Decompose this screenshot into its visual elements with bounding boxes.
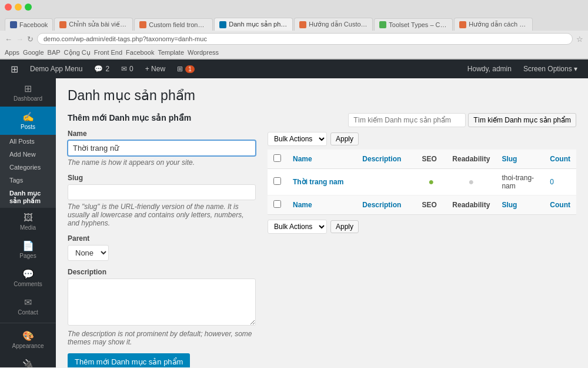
subitem-tags[interactable]: Tags — [0, 174, 56, 187]
messages-item[interactable]: ✉ 0 — [115, 59, 139, 78]
submit-button[interactable]: Thêm mới Danh mục sản phẩm — [68, 353, 190, 367]
row-seo-cell: ● — [416, 169, 446, 195]
user-item[interactable]: Howdy, admin — [462, 59, 517, 78]
col-seo-header: SEO — [416, 150, 446, 169]
slug-input[interactable] — [68, 184, 256, 200]
tab-favicon — [59, 21, 66, 28]
footer-count-header[interactable]: Count — [544, 195, 576, 215]
footer-read-header: Readability — [446, 195, 496, 215]
updates-item[interactable]: ⊞ 1 — [171, 59, 201, 78]
sidebar-item-dashboard[interactable]: ⊞ Dashboard — [0, 78, 56, 107]
message-icon: ✉ — [121, 65, 127, 73]
bookmark-bap[interactable]: BAP — [48, 49, 61, 57]
bookmark-apps[interactable]: Apps — [5, 49, 19, 57]
browser-chrome: Facebook Chỉnh sửa bài viết • Blog H... … — [0, 0, 588, 59]
slug-label: Slug — [68, 174, 256, 182]
star-icon[interactable]: ☆ — [576, 35, 583, 44]
search-input[interactable] — [348, 113, 466, 127]
back-icon[interactable]: ← — [5, 35, 12, 44]
maximize-dot[interactable] — [25, 4, 32, 11]
comments-icon: 💬 — [22, 268, 34, 280]
page-title: Danh mục sản phẩm — [68, 88, 576, 104]
browser-tab-facebook[interactable]: Facebook — [5, 18, 53, 31]
footer-slug-header[interactable]: Slug — [496, 195, 544, 215]
sidebar-item-plugins[interactable]: 🔌 Plugins 2 — [0, 354, 56, 367]
table-row: Thời trang nam ● ● thoi-trang-nam — [268, 169, 576, 195]
bulk-actions-select-top[interactable]: Bulk Actions — [268, 132, 327, 146]
description-textarea[interactable] — [68, 279, 256, 326]
bookmark-facebook[interactable]: Facebook — [126, 49, 154, 57]
subitem-danh-muc[interactable]: Danh mục sản phẩm — [0, 187, 56, 208]
footer-desc-header[interactable]: Description — [356, 195, 416, 215]
subitem-all-posts[interactable]: All Posts — [0, 135, 56, 148]
tab-label: Toolset Types – Custom Po... — [389, 21, 447, 28]
sidebar-item-posts[interactable]: ✍ Posts — [0, 107, 56, 135]
wp-logo-item[interactable]: ⊞ — [5, 59, 24, 78]
close-dot[interactable] — [5, 4, 12, 11]
row-count-link[interactable]: 0 — [550, 178, 554, 186]
select-all-checkbox[interactable] — [273, 154, 281, 162]
col-name-header[interactable]: Name — [287, 150, 356, 169]
name-input[interactable] — [68, 140, 256, 156]
sidebar-label-contact: Contact — [18, 309, 38, 316]
new-item[interactable]: + New — [139, 59, 171, 78]
subitem-categories[interactable]: Categories — [0, 161, 56, 174]
browser-tab-toolset[interactable]: Toolset Types – Custom Po... — [374, 18, 453, 31]
minimize-dot[interactable] — [15, 4, 22, 11]
row-name-cell: Thời trang nam — [287, 169, 356, 195]
site-name-item[interactable]: Demo App Menu — [24, 59, 88, 78]
screen-options-item[interactable]: Screen Options ▾ — [517, 59, 583, 78]
user-label: Howdy, admin — [467, 65, 512, 73]
browser-bookmarks: Apps Google BAP Cộng Cụ Front End Facebo… — [0, 47, 588, 59]
select-all-footer-checkbox[interactable] — [273, 200, 281, 208]
browser-tab-custom-field[interactable]: Custom field trong wordpre... — [134, 18, 213, 31]
col-slug-header[interactable]: Slug — [496, 150, 544, 169]
apply-button-top[interactable]: Apply — [330, 132, 359, 145]
tag-table-area: Tìm kiếm Danh mục sản phẩm Bulk Actions … — [268, 113, 576, 367]
new-label: + New — [145, 65, 165, 73]
sidebar-item-comments[interactable]: 💬 Comments — [0, 264, 56, 292]
bookmark-front-end[interactable]: Front End — [94, 49, 122, 57]
apply-button-bottom[interactable]: Apply — [330, 220, 359, 233]
refresh-icon[interactable]: ↻ — [27, 35, 34, 44]
browser-tab-chinh-sua[interactable]: Chỉnh sửa bài viết • Blog H... — [54, 18, 133, 31]
table-top-bar: Tìm kiếm Danh mục sản phẩm — [268, 113, 576, 127]
row-count-cell: 0 — [544, 169, 576, 195]
bookmark-wordpress[interactable]: Wordpress — [188, 49, 219, 57]
forward-icon[interactable]: → — [16, 35, 24, 44]
sidebar-divider — [0, 323, 56, 323]
name-field-group: Name The name is how it appears on your … — [68, 130, 256, 167]
bookmark-google[interactable]: Google — [23, 49, 44, 57]
content-layout: Thêm mới Danh mục sản phẩm Name The name… — [68, 113, 576, 367]
row-name-link[interactable]: Thời trang nam — [293, 178, 343, 186]
tab-label: Facebook — [19, 21, 48, 28]
parent-select[interactable]: None — [68, 245, 109, 261]
sidebar-item-media[interactable]: 🖼 Media — [0, 208, 56, 236]
browser-titlebar — [0, 0, 588, 14]
col-check-header — [268, 150, 287, 169]
wp-layout: ⊞ Dashboard ✍ Posts All Posts Add New Ca… — [0, 78, 588, 367]
sidebar-item-contact[interactable]: ✉ Contact — [0, 292, 56, 320]
table-header-row: Name Description SEO Readability Slug Co… — [268, 150, 576, 169]
col-count-header[interactable]: Count — [544, 150, 576, 169]
bookmark-cong-cu[interactable]: Cộng Cụ — [64, 49, 91, 57]
bulk-actions-select-bottom[interactable]: Bulk Actions — [268, 220, 327, 234]
sidebar-item-appearance[interactable]: 🎨 Appearance — [0, 326, 56, 354]
updates-badge: 1 — [185, 65, 195, 73]
col-description-header[interactable]: Description — [356, 150, 416, 169]
address-bar[interactable]: demo.com/wp-admin/edit-tags.php?taxonomy… — [37, 33, 573, 45]
browser-tab-danh-muc[interactable]: Danh mục sản phẩm • Demo... — [214, 18, 293, 31]
table-footer-row: Name Description SEO Readability Slug Co… — [268, 195, 576, 215]
tab-favicon — [299, 21, 306, 28]
browser-tab-huong-dan[interactable]: Hướng dẫn Custom Taxono... — [294, 18, 373, 31]
comments-item[interactable]: 💬 2 — [88, 59, 115, 78]
subitem-add-new[interactable]: Add New — [0, 148, 56, 161]
browser-tab-chup-man[interactable]: Hướng dẫn cách chụp màn... — [454, 18, 533, 31]
row-checkbox[interactable] — [273, 177, 281, 185]
wp-admin-bar: ⊞ Demo App Menu 💬 2 ✉ 0 + New ⊞ 1 Howdy,… — [0, 59, 588, 78]
sidebar-item-pages[interactable]: 📄 Pages — [0, 236, 56, 264]
tab-label: Danh mục sản phẩm • Demo... — [229, 21, 288, 28]
search-button[interactable]: Tìm kiếm Danh mục sản phẩm — [468, 113, 576, 127]
bookmark-template[interactable]: Template — [158, 49, 184, 57]
footer-name-header[interactable]: Name — [287, 195, 356, 215]
